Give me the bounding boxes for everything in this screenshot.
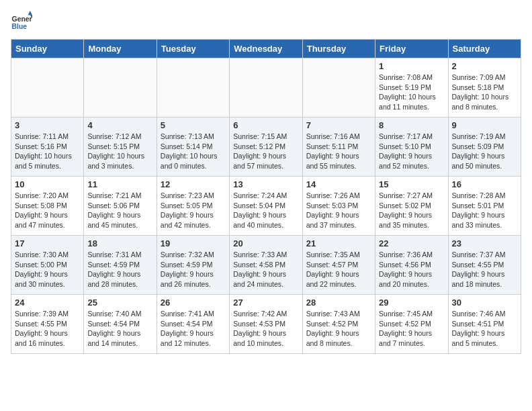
calendar-day-cell: 29Sunrise: 7:45 AM Sunset: 4:52 PM Dayli… [375,295,448,354]
day-number: 10 [15,179,80,189]
calendar-day-cell: 5Sunrise: 7:13 AM Sunset: 5:14 PM Daylig… [157,118,229,177]
day-number: 15 [379,179,444,189]
weekday-header-sunday: Sunday [11,40,84,58]
day-info: Sunrise: 7:37 AM Sunset: 4:55 PM Dayligh… [452,250,517,289]
svg-text:General: General [12,15,32,23]
weekday-header-saturday: Saturday [448,40,521,58]
day-info: Sunrise: 7:15 AM Sunset: 5:12 PM Dayligh… [233,132,298,171]
calendar-day-cell: 17Sunrise: 7:30 AM Sunset: 5:00 PM Dayli… [11,236,84,295]
day-number: 11 [87,179,152,189]
day-number: 22 [379,238,444,248]
calendar-day-cell: 11Sunrise: 7:21 AM Sunset: 5:06 PM Dayli… [84,177,157,236]
day-info: Sunrise: 7:20 AM Sunset: 5:08 PM Dayligh… [15,191,80,230]
day-info: Sunrise: 7:09 AM Sunset: 5:18 PM Dayligh… [452,73,517,112]
calendar-day-cell [302,58,375,118]
calendar-day-cell: 25Sunrise: 7:40 AM Sunset: 4:54 PM Dayli… [84,295,157,354]
weekday-header-thursday: Thursday [302,40,375,58]
day-info: Sunrise: 7:36 AM Sunset: 4:56 PM Dayligh… [379,250,444,289]
calendar-day-cell: 15Sunrise: 7:27 AM Sunset: 5:02 PM Dayli… [375,177,448,236]
calendar-header-row: SundayMondayTuesdayWednesdayThursdayFrid… [11,40,521,58]
day-info: Sunrise: 7:12 AM Sunset: 5:15 PM Dayligh… [87,132,152,171]
calendar-day-cell: 12Sunrise: 7:23 AM Sunset: 5:05 PM Dayli… [157,177,229,236]
day-number: 4 [87,120,152,130]
calendar-week-row: 17Sunrise: 7:30 AM Sunset: 5:00 PM Dayli… [11,236,521,295]
day-number: 12 [161,179,226,189]
day-info: Sunrise: 7:32 AM Sunset: 4:59 PM Dayligh… [161,250,226,289]
day-info: Sunrise: 7:17 AM Sunset: 5:10 PM Dayligh… [379,132,444,171]
calendar-day-cell: 9Sunrise: 7:19 AM Sunset: 5:09 PM Daylig… [448,118,521,177]
weekday-header-friday: Friday [375,40,448,58]
day-number: 7 [306,120,371,130]
day-info: Sunrise: 7:26 AM Sunset: 5:03 PM Dayligh… [306,191,371,230]
day-number: 9 [452,120,517,130]
calendar-day-cell [11,58,84,118]
calendar-day-cell: 21Sunrise: 7:35 AM Sunset: 4:57 PM Dayli… [302,236,375,295]
day-info: Sunrise: 7:46 AM Sunset: 4:51 PM Dayligh… [452,309,517,349]
logo: General Blue [11,11,35,32]
calendar-day-cell: 18Sunrise: 7:31 AM Sunset: 4:59 PM Dayli… [84,236,157,295]
day-number: 6 [233,120,298,130]
day-info: Sunrise: 7:40 AM Sunset: 4:54 PM Dayligh… [87,309,152,349]
day-number: 8 [379,120,444,130]
day-info: Sunrise: 7:24 AM Sunset: 5:04 PM Dayligh… [233,191,298,230]
day-number: 30 [452,298,517,308]
day-info: Sunrise: 7:19 AM Sunset: 5:09 PM Dayligh… [452,132,517,171]
calendar-day-cell: 4Sunrise: 7:12 AM Sunset: 5:15 PM Daylig… [84,118,157,177]
day-number: 27 [233,298,298,308]
calendar-day-cell: 8Sunrise: 7:17 AM Sunset: 5:10 PM Daylig… [375,118,448,177]
day-number: 19 [161,238,226,248]
calendar-day-cell: 23Sunrise: 7:37 AM Sunset: 4:55 PM Dayli… [448,236,521,295]
calendar-day-cell: 7Sunrise: 7:16 AM Sunset: 5:11 PM Daylig… [302,118,375,177]
calendar-day-cell: 6Sunrise: 7:15 AM Sunset: 5:12 PM Daylig… [230,118,302,177]
day-info: Sunrise: 7:27 AM Sunset: 5:02 PM Dayligh… [379,191,444,230]
day-info: Sunrise: 7:28 AM Sunset: 5:01 PM Dayligh… [452,191,517,230]
weekday-header-tuesday: Tuesday [157,40,229,58]
day-info: Sunrise: 7:45 AM Sunset: 4:52 PM Dayligh… [379,309,444,349]
day-number: 16 [452,179,517,189]
calendar-day-cell: 3Sunrise: 7:11 AM Sunset: 5:16 PM Daylig… [11,118,84,177]
day-number: 20 [233,238,298,248]
calendar-week-row: 3Sunrise: 7:11 AM Sunset: 5:16 PM Daylig… [11,118,521,177]
day-info: Sunrise: 7:33 AM Sunset: 4:58 PM Dayligh… [233,250,298,289]
calendar-day-cell: 28Sunrise: 7:43 AM Sunset: 4:52 PM Dayli… [302,295,375,354]
calendar-day-cell [230,58,302,118]
day-number: 23 [452,238,517,248]
calendar-day-cell: 14Sunrise: 7:26 AM Sunset: 5:03 PM Dayli… [302,177,375,236]
day-info: Sunrise: 7:08 AM Sunset: 5:19 PM Dayligh… [379,73,444,112]
weekday-header-monday: Monday [84,40,157,58]
calendar-day-cell [84,58,157,118]
calendar-day-cell [157,58,229,118]
svg-text:Blue: Blue [12,23,28,30]
calendar-day-cell: 10Sunrise: 7:20 AM Sunset: 5:08 PM Dayli… [11,177,84,236]
day-info: Sunrise: 7:11 AM Sunset: 5:16 PM Dayligh… [15,132,80,171]
day-info: Sunrise: 7:23 AM Sunset: 5:05 PM Dayligh… [161,191,226,230]
calendar-week-row: 10Sunrise: 7:20 AM Sunset: 5:08 PM Dayli… [11,177,521,236]
day-number: 28 [306,298,371,308]
day-number: 5 [161,120,226,130]
day-number: 26 [161,298,226,308]
day-info: Sunrise: 7:42 AM Sunset: 4:53 PM Dayligh… [233,309,298,349]
day-info: Sunrise: 7:31 AM Sunset: 4:59 PM Dayligh… [87,250,152,289]
calendar-day-cell: 24Sunrise: 7:39 AM Sunset: 4:55 PM Dayli… [11,295,84,354]
day-number: 21 [306,238,371,248]
day-info: Sunrise: 7:35 AM Sunset: 4:57 PM Dayligh… [306,250,371,289]
day-number: 3 [15,120,80,130]
svg-marker-2 [28,11,32,15]
weekday-header-wednesday: Wednesday [230,40,302,58]
header: General Blue [11,11,521,32]
calendar-day-cell: 2Sunrise: 7:09 AM Sunset: 5:18 PM Daylig… [448,58,521,118]
calendar-week-row: 24Sunrise: 7:39 AM Sunset: 4:55 PM Dayli… [11,295,521,354]
day-info: Sunrise: 7:16 AM Sunset: 5:11 PM Dayligh… [306,132,371,171]
day-number: 1 [379,61,444,71]
calendar-day-cell: 22Sunrise: 7:36 AM Sunset: 4:56 PM Dayli… [375,236,448,295]
calendar-day-cell: 26Sunrise: 7:41 AM Sunset: 4:54 PM Dayli… [157,295,229,354]
calendar: SundayMondayTuesdayWednesdayThursdayFrid… [11,39,521,354]
day-number: 13 [233,179,298,189]
day-info: Sunrise: 7:43 AM Sunset: 4:52 PM Dayligh… [306,309,371,349]
calendar-day-cell: 13Sunrise: 7:24 AM Sunset: 5:04 PM Dayli… [230,177,302,236]
calendar-day-cell: 30Sunrise: 7:46 AM Sunset: 4:51 PM Dayli… [448,295,521,354]
day-info: Sunrise: 7:30 AM Sunset: 5:00 PM Dayligh… [15,250,80,289]
calendar-day-cell: 1Sunrise: 7:08 AM Sunset: 5:19 PM Daylig… [375,58,448,118]
day-number: 2 [452,61,517,71]
day-info: Sunrise: 7:21 AM Sunset: 5:06 PM Dayligh… [87,191,152,230]
